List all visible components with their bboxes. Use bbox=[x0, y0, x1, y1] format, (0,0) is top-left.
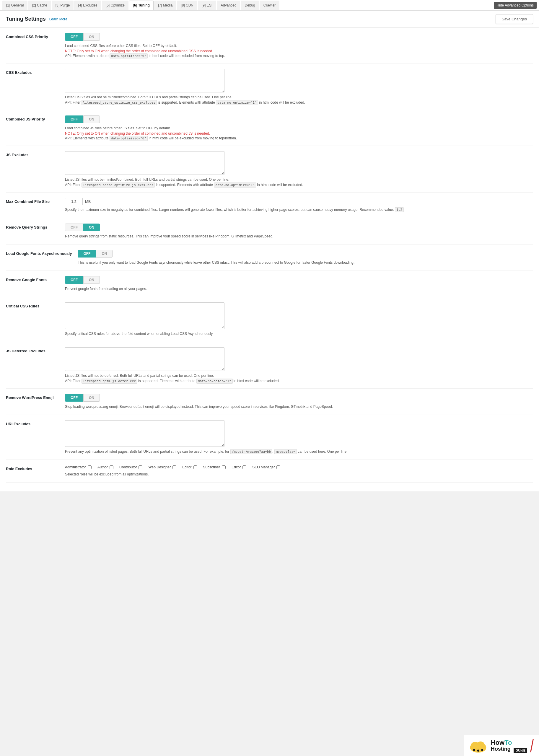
role-administrator-checkbox[interactable] bbox=[88, 465, 92, 469]
role-web-designer-checkbox[interactable] bbox=[173, 465, 176, 469]
js-excludes-desc: Listed JS files will not be minified/com… bbox=[65, 177, 533, 182]
combined-css-priority-toggle: OFF ON bbox=[65, 33, 533, 41]
critical-css-rules-desc: Specify critical CSS rules for above-the… bbox=[65, 331, 533, 337]
load-google-fonts-label: Load Google Fonts Asynchronously bbox=[6, 250, 78, 256]
js-deferred-excludes-row: JS Deferred Excludes Listed JS files wil… bbox=[6, 342, 533, 389]
role-web-designer-label: Web Designer bbox=[148, 465, 171, 469]
role-item-contributor: Contributor bbox=[119, 465, 142, 469]
tab-excludes[interactable]: [4] Excludes bbox=[74, 1, 101, 10]
remove-google-fonts-row: Remove Google Fonts OFF ON Prevent googl… bbox=[6, 271, 533, 297]
combined-css-priority-off-btn[interactable]: OFF bbox=[65, 33, 83, 41]
load-google-fonts-on-btn[interactable]: ON bbox=[96, 250, 113, 258]
remove-wordpress-emoji-content: OFF ON Stop loading wordpress.org emoji.… bbox=[65, 394, 533, 409]
combined-css-priority-row: Combined CSS Priority OFF ON Load combin… bbox=[6, 28, 533, 63]
remove-wordpress-emoji-off-btn[interactable]: OFF bbox=[65, 394, 83, 402]
role-editor-label: Editor bbox=[182, 465, 192, 469]
remove-google-fonts-label: Remove Google Fonts bbox=[6, 276, 65, 283]
tab-tuning[interactable]: [6] Tuning bbox=[129, 1, 154, 10]
max-combined-file-size-input[interactable] bbox=[65, 198, 83, 205]
remove-google-fonts-toggle: OFF ON bbox=[65, 276, 533, 284]
remove-wordpress-emoji-desc: Stop loading wordpress.org emoji. Browse… bbox=[65, 404, 533, 409]
remove-google-fonts-on-btn[interactable]: ON bbox=[83, 276, 100, 284]
uri-excludes-desc: Prevent any optimization of listed pages… bbox=[65, 449, 533, 454]
role-item-author: Author bbox=[98, 465, 114, 469]
tab-advanced[interactable]: Advanced bbox=[217, 1, 240, 10]
role-seo-manager-label: SEO Manager bbox=[252, 465, 275, 469]
role-excludes-label: Role Excludes bbox=[6, 465, 65, 472]
tab-cache[interactable]: [2] Cache bbox=[28, 1, 51, 10]
role-excludes-desc: Selected roles will be excluded from all… bbox=[65, 472, 533, 477]
learn-more-link[interactable]: Learn More bbox=[49, 17, 67, 21]
critical-css-rules-content: Specify critical CSS rules for above-the… bbox=[65, 302, 533, 337]
page-header: Tuning Settings Learn More Save Changes bbox=[0, 11, 539, 28]
save-changes-button[interactable]: Save Changes bbox=[496, 14, 533, 24]
uri-excludes-content: Prevent any optimization of listed pages… bbox=[65, 420, 533, 454]
tab-optimize[interactable]: [5] Optimize bbox=[102, 1, 128, 10]
combined-js-priority-desc: Load combined JS files before other JS f… bbox=[65, 125, 533, 131]
role-author-checkbox[interactable] bbox=[110, 465, 114, 469]
css-excludes-textarea[interactable] bbox=[65, 69, 224, 93]
css-excludes-label: CSS Excludes bbox=[6, 69, 65, 75]
load-google-fonts-desc: This is useful if you only want to load … bbox=[78, 260, 533, 265]
main-content: Combined CSS Priority OFF ON Load combin… bbox=[0, 28, 539, 491]
role-subscriber-label: Subscriber bbox=[203, 465, 220, 469]
css-excludes-desc: Listed CSS files will not be minified/co… bbox=[65, 95, 533, 100]
role-item-administrator: Administrator bbox=[65, 465, 92, 469]
combined-css-priority-on-btn[interactable]: ON bbox=[83, 33, 100, 41]
tab-esi[interactable]: [9] ESI bbox=[198, 1, 216, 10]
js-deferred-excludes-api-code2: data-no-defer="1" bbox=[196, 379, 233, 384]
js-excludes-textarea[interactable] bbox=[65, 151, 224, 175]
css-excludes-content: Listed CSS files will not be minified/co… bbox=[65, 69, 533, 105]
js-excludes-content: Listed JS files will not be minified/com… bbox=[65, 151, 533, 187]
role-excludes-row: Role Excludes Administrator Author Contr… bbox=[6, 460, 533, 483]
tab-general[interactable]: [1] General bbox=[2, 1, 28, 10]
tab-purge[interactable]: [3] Purge bbox=[52, 1, 74, 10]
combined-js-priority-label: Combined JS Priority bbox=[6, 115, 65, 122]
remove-google-fonts-desc: Prevent google fonts from loading on all… bbox=[65, 286, 533, 291]
js-deferred-excludes-desc: Listed JS files will not be deferred. Bo… bbox=[65, 373, 533, 378]
tab-media[interactable]: [7] Media bbox=[154, 1, 176, 10]
js-deferred-excludes-api: API: Filter litespeed_optm_js_defer_exc … bbox=[65, 379, 533, 383]
role-item-editor2: Editor bbox=[232, 465, 246, 469]
role-contributor-checkbox[interactable] bbox=[138, 465, 142, 469]
js-deferred-excludes-textarea[interactable] bbox=[65, 347, 224, 371]
remove-query-strings-row: Remove Query Strings OFF ON Remove query… bbox=[6, 218, 533, 245]
load-google-fonts-content: OFF ON This is useful if you only want t… bbox=[78, 250, 533, 265]
critical-css-rules-textarea[interactable] bbox=[65, 302, 224, 329]
tab-crawler[interactable]: Crawler bbox=[260, 1, 279, 10]
remove-query-strings-desc: Remove query strings from static resourc… bbox=[65, 234, 533, 239]
load-google-fonts-off-btn[interactable]: OFF bbox=[78, 250, 96, 258]
uri-excludes-label: URI Excludes bbox=[6, 420, 65, 427]
tab-debug[interactable]: Debug bbox=[241, 1, 259, 10]
hide-advanced-options-button[interactable]: Hide Advanced Options bbox=[494, 2, 537, 9]
max-combined-file-size-desc: Specify the maximum size in megabytes fo… bbox=[65, 207, 533, 213]
load-google-fonts-toggle: OFF ON bbox=[78, 250, 533, 258]
role-subscriber-checkbox[interactable] bbox=[222, 465, 226, 469]
js-deferred-excludes-label: JS Deferred Excludes bbox=[6, 347, 65, 354]
role-item-web-designer: Web Designer bbox=[148, 465, 176, 469]
remove-google-fonts-off-btn[interactable]: OFF bbox=[65, 276, 83, 284]
top-navigation: [1] General [2] Cache [3] Purge [4] Excl… bbox=[0, 0, 539, 11]
combined-css-priority-note: NOTE: Only set to ON when changing the o… bbox=[65, 49, 533, 53]
role-seo-manager-checkbox[interactable] bbox=[276, 465, 280, 469]
css-excludes-row: CSS Excludes Listed CSS files will not b… bbox=[6, 63, 533, 110]
remove-query-strings-off-btn[interactable]: OFF bbox=[65, 224, 83, 231]
combined-js-priority-content: OFF ON Load combined JS files before oth… bbox=[65, 115, 533, 140]
js-excludes-api-code1: litespeed_cache_optimize_js_excludes bbox=[82, 183, 155, 188]
role-item-editor: Editor bbox=[182, 465, 197, 469]
tab-cdn[interactable]: [8] CDN bbox=[177, 1, 197, 10]
combined-css-priority-content: OFF ON Load combined CSS files before ot… bbox=[65, 33, 533, 58]
critical-css-rules-row: Critical CSS Rules Specify critical CSS … bbox=[6, 297, 533, 342]
combined-js-priority-on-btn[interactable]: ON bbox=[83, 115, 100, 123]
role-editor2-checkbox[interactable] bbox=[243, 465, 246, 469]
js-excludes-api: API: Filter litespeed_cache_optimize_js_… bbox=[65, 183, 533, 187]
role-editor-checkbox[interactable] bbox=[193, 465, 197, 469]
role-editor2-label: Editor bbox=[232, 465, 241, 469]
load-google-fonts-row: Load Google Fonts Asynchronously OFF ON … bbox=[6, 245, 533, 271]
remove-wordpress-emoji-on-btn[interactable]: ON bbox=[83, 394, 100, 402]
remove-query-strings-on-btn[interactable]: ON bbox=[83, 224, 100, 231]
remove-query-strings-toggle: OFF ON bbox=[65, 224, 533, 231]
combined-js-priority-off-btn[interactable]: OFF bbox=[65, 115, 83, 123]
uri-excludes-textarea[interactable] bbox=[65, 420, 224, 447]
role-author-label: Author bbox=[98, 465, 108, 469]
